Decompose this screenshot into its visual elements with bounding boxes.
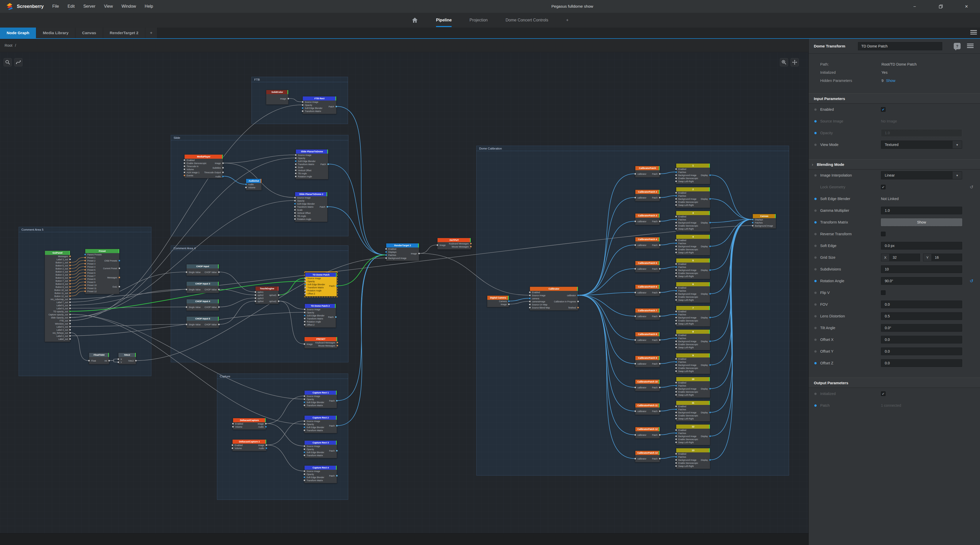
input-port-x[interactable] <box>118 358 119 360</box>
node-cp4[interactable]: CalibratorPatch 5calibratorPatch <box>635 261 660 272</box>
input-port-patches[interactable] <box>752 222 754 224</box>
output-port-patch[interactable] <box>659 386 661 388</box>
input-port-background-image[interactable] <box>675 198 677 200</box>
workspace-tab-pipeline[interactable]: Pipeline <box>436 13 452 27</box>
output-port-patch[interactable] <box>659 458 661 459</box>
output-port-res-cubemap-out[interactable] <box>69 298 71 300</box>
input-port-source-image[interactable] <box>304 395 305 397</box>
node-sptd1[interactable]: Slide PlanarToDomeSource ImageOpacitySof… <box>296 149 328 180</box>
input-port-background-image[interactable] <box>675 269 677 271</box>
input-port-calibrator[interactable] <box>634 221 636 222</box>
checkbox[interactable] <box>881 290 886 295</box>
checkbox[interactable]: ✔ <box>881 107 886 112</box>
input-port-enable-stereoscopic[interactable] <box>675 391 677 392</box>
input-port-scale[interactable] <box>294 209 296 211</box>
input-port-single-value[interactable] <box>186 306 188 308</box>
input-port-patches[interactable] <box>385 254 387 256</box>
workspace-tab-projection[interactable]: Projection <box>469 13 488 27</box>
input-port-patches[interactable] <box>675 266 677 268</box>
input-port-calibrator[interactable] <box>634 386 636 388</box>
output-port-chop-value[interactable] <box>218 289 220 290</box>
input-port-patches[interactable] <box>675 195 677 197</box>
input-port-calibrator[interactable] <box>634 244 636 246</box>
add-workspace-tab-button[interactable]: + <box>566 13 568 27</box>
view-tab-canvas[interactable]: Canvas <box>75 27 103 38</box>
node-chop5[interactable]: CHOP Input 5Single ValueCHOP Value <box>186 316 219 328</box>
input-port-volume[interactable] <box>232 447 233 449</box>
output-port-label-4-out[interactable] <box>69 329 71 330</box>
input-port-enabled[interactable] <box>675 310 677 312</box>
output-port-patch[interactable] <box>659 173 661 175</box>
input-port-background-image[interactable] <box>675 293 677 295</box>
output-port-button-1-out[interactable] <box>69 262 71 263</box>
input-port-displays[interactable] <box>752 219 754 221</box>
input-port-source-image[interactable] <box>304 420 305 422</box>
node-cp7[interactable]: CalibratorPatch 8calibratorPatch <box>635 332 660 344</box>
input-port-patches[interactable] <box>675 385 677 386</box>
input-port-preset-2[interactable] <box>84 260 86 262</box>
input-port-events[interactable] <box>183 175 185 176</box>
output-port-mouse-messages[interactable] <box>470 246 472 248</box>
node-header[interactable]: FloatToInt <box>89 353 109 357</box>
node-header[interactable]: IVec2 <box>118 353 136 357</box>
output-port-button-8-out[interactable] <box>69 283 71 285</box>
output-port-messages[interactable] <box>69 256 71 257</box>
node-rt2[interactable]: RenderTarget 2EnabledDisplaysPatchesBack… <box>386 243 419 261</box>
input-port-enabled[interactable] <box>232 423 234 424</box>
input-port-vertical-offset[interactable] <box>295 169 297 171</box>
output-port-display[interactable] <box>709 364 711 366</box>
section-header-blending-mode[interactable]: ›Blending Mode <box>809 159 980 169</box>
input-port-patches[interactable] <box>675 361 677 363</box>
view-tab-rendertarget-2[interactable]: RenderTarget 2 <box>103 27 145 38</box>
output-port-subtitles[interactable] <box>222 167 224 168</box>
node-cap4[interactable]: Capture Rect 4Source ImageOpacitySoft Ed… <box>304 466 337 483</box>
input-port-camera[interactable] <box>529 297 531 299</box>
zoom-fit-button[interactable] <box>780 58 788 66</box>
output-port-chop-value[interactable] <box>218 324 220 325</box>
input-port-soft-edge-blender[interactable] <box>302 107 304 109</box>
output-port-display[interactable] <box>709 388 711 389</box>
input-port-enable-stereoscopic[interactable] <box>675 248 677 250</box>
input-port-background-image[interactable] <box>385 257 387 259</box>
minimize-button[interactable]: – <box>907 0 922 13</box>
menu-item-view[interactable]: View <box>104 4 113 9</box>
node-header[interactable]: 10 <box>676 377 710 381</box>
help-icon[interactable]: ? <box>954 43 961 49</box>
input-port-enabled[interactable] <box>675 192 677 194</box>
param-dropdown[interactable]: Textured▾ <box>881 141 962 149</box>
output-port-chop-value[interactable] <box>218 271 220 273</box>
input-port-opacity[interactable] <box>304 280 306 282</box>
node-header[interactable]: 7 <box>676 306 710 310</box>
output-port-display[interactable] <box>709 293 711 295</box>
node-header[interactable]: FTB Rect <box>303 97 336 100</box>
node-header[interactable]: Capture Rect 4 <box>305 466 337 470</box>
output-port-patch[interactable] <box>659 221 661 222</box>
input-port-opacity[interactable] <box>294 200 296 202</box>
node-cp0[interactable]: CalibratorPatchcalibratorPatch <box>635 166 660 178</box>
input-port-transform-matrix[interactable] <box>294 206 296 208</box>
node-header[interactable]: 12 <box>676 424 710 429</box>
node-tddome2[interactable]: TD Dome Patch 2Source ImageOpacitySoft E… <box>305 303 336 327</box>
node-cp6[interactable]: CalibratorPatch 7calibratorPatch <box>635 308 660 320</box>
input-port-preset-7[interactable] <box>84 275 86 277</box>
zoom-tool-button[interactable] <box>3 58 12 66</box>
output-port-audio[interactable] <box>222 176 224 177</box>
node-yn11[interactable]: 12EnabledPatchesBackground ImageEnable S… <box>676 424 710 445</box>
input-port-volume[interactable] <box>245 186 247 188</box>
node-header[interactable]: CalibratorPatch 12 <box>635 427 660 431</box>
input-port-patches[interactable] <box>675 408 677 410</box>
input-port-calibrator[interactable] <box>634 363 636 365</box>
node-header[interactable]: CHOP Input 5 <box>187 317 219 321</box>
param-value-input[interactable]: 0.0 <box>881 336 962 343</box>
node-header[interactable]: CalibratorPatch 9 <box>635 356 660 360</box>
output-port-patch[interactable] <box>336 400 338 402</box>
input-port-opacity[interactable] <box>304 423 305 425</box>
node-yn2[interactable]: 3EnabledPatchesBackground ImageEnable St… <box>676 211 710 232</box>
input-port-offset-z[interactable] <box>304 324 305 326</box>
node-name-input[interactable] <box>858 42 942 50</box>
home-icon[interactable] <box>412 17 418 24</box>
node-yn1[interactable]: 2EnabledPatchesBackground ImageEnable St… <box>676 187 710 208</box>
node-solidcolor[interactable]: SolidColorImage <box>266 90 288 105</box>
output-port-out1[interactable] <box>118 286 120 288</box>
input-port-transform-matrix[interactable] <box>304 318 305 319</box>
